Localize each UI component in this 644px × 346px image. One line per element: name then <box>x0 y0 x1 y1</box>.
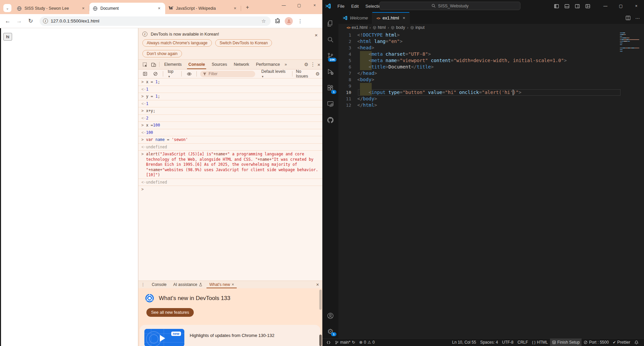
console-prompt[interactable]: > <box>138 186 322 193</box>
code-line-11[interactable]: 11</body> <box>338 96 644 102</box>
branch-indicator[interactable]: main* ↻ <box>333 339 357 346</box>
tab-close-icon[interactable]: × <box>156 6 162 11</box>
more-tabs-chevrons-icon[interactable]: » <box>283 62 288 67</box>
url-text[interactable]: 127.0.0.1:5500/ex1.html <box>51 18 260 23</box>
extensions-puzzle-icon[interactable] <box>273 16 282 26</box>
drawer-tab-what-s-new[interactable]: What's new× <box>206 281 237 289</box>
explorer-icon[interactable] <box>322 15 338 32</box>
issues-counter[interactable]: No Issues <box>296 69 313 79</box>
device-toolbar-icon[interactable] <box>149 60 158 68</box>
code-line-6[interactable]: 6 <title>Document</title> <box>338 64 644 70</box>
devtools-tab-console[interactable]: Console <box>185 60 208 69</box>
devtools-tab-performance[interactable]: Performance <box>252 60 283 69</box>
editor-tab-ex1-html[interactable]: <>ex1.html× <box>372 12 410 24</box>
code-line-4[interactable]: 4 <meta charset="UTF-8"> <box>338 51 644 57</box>
drawer-kebab-icon[interactable]: ⋮ <box>141 282 145 287</box>
reload-button[interactable]: ↻ <box>26 16 36 26</box>
devtools-settings-gear-icon[interactable]: ⚙ <box>304 62 309 67</box>
menu-file[interactable]: File <box>334 3 348 10</box>
devtools-tab-network[interactable]: Network <box>230 60 252 69</box>
split-editor-icon[interactable] <box>626 15 631 20</box>
console-settings-gear-icon[interactable]: ⚙ <box>315 71 320 77</box>
browser-close-button[interactable]: × <box>307 0 322 11</box>
devtools-tab-elements[interactable]: Elements <box>161 60 185 69</box>
whats-new-scrollbar-bottom[interactable] <box>319 335 322 346</box>
status-ln-10-col-55[interactable]: Ln 10, Col 55 <box>450 339 478 346</box>
site-info-icon[interactable]: i <box>43 18 48 23</box>
source-control-icon[interactable]: 10K <box>322 48 338 64</box>
remote-explorer-icon[interactable] <box>322 96 338 112</box>
toggle-secondary-sidebar-icon[interactable] <box>575 4 580 9</box>
search-icon[interactable] <box>322 32 338 48</box>
console-in-row[interactable]: >x =100 <box>138 122 322 129</box>
clear-console-icon[interactable] <box>151 70 159 78</box>
vscode-close-button[interactable]: × <box>629 0 644 12</box>
status-prettier[interactable]: ✔Prettier <box>611 339 632 346</box>
code-line-12[interactable]: 12</html> <box>338 102 644 108</box>
forward-button[interactable]: → <box>14 16 24 26</box>
code-line-7[interactable]: 7</head> <box>338 70 644 77</box>
console-in-row[interactable]: >alert("JavaScript (JS)[a] is"+name+" a … <box>138 151 322 179</box>
status-spaces-4[interactable]: Spaces: 4 <box>478 339 500 346</box>
new-tab-button[interactable]: + <box>243 3 252 12</box>
console-in-row[interactable]: >x = 1; <box>138 79 322 86</box>
drawer-tab-close-icon[interactable]: × <box>232 282 234 287</box>
browser-menu-kebab-icon[interactable]: ⋮ <box>295 16 305 26</box>
profile-avatar[interactable] <box>284 16 293 26</box>
context-selector[interactable]: top ▼ <box>167 69 178 79</box>
infobar-button-2[interactable]: Switch DevTools to Korean <box>215 39 272 47</box>
editor-tab-close-icon[interactable]: × <box>403 15 405 20</box>
infobar-close-icon[interactable]: × <box>315 32 318 38</box>
status-port-5500[interactable]: Port : 5500 <box>582 339 611 346</box>
infobar-button-3[interactable]: Don't show again <box>142 50 182 57</box>
editor-tab-welcome[interactable]: Welcome <box>338 12 372 24</box>
page-hi-button[interactable]: hi <box>3 33 12 41</box>
status-crlf[interactable]: CRLF <box>515 339 530 346</box>
code-line-10[interactable]: 10 <input type="button" value="hi" oncli… <box>338 89 644 96</box>
console-sidebar-icon[interactable] <box>141 70 149 78</box>
see-all-new-features-button[interactable]: See all new features <box>146 308 194 317</box>
console-in-row[interactable]: >var name = 'sewon' <box>138 136 322 144</box>
menu-edit[interactable]: Edit <box>348 3 362 10</box>
drawer-tab-ai-assistance[interactable]: AI assistance <box>170 281 206 289</box>
status-html[interactable]: { }HTML <box>530 339 550 346</box>
devtools-kebab-icon[interactable]: ⋮ <box>310 61 315 67</box>
whats-new-scrollbar[interactable] <box>319 290 322 310</box>
breadcrumb-item-body[interactable]: body <box>391 25 405 30</box>
log-levels-dropdown[interactable]: Default levels ▼ <box>260 69 289 79</box>
video-thumbnail[interactable]: new <box>144 329 184 346</box>
browser-tab-1[interactable]: SISS Study - Sewon Lee× <box>13 3 89 14</box>
tab-close-icon[interactable]: × <box>81 6 86 11</box>
toggle-panel-icon[interactable] <box>564 4 569 9</box>
minimap[interactable] <box>620 33 639 53</box>
accounts-icon[interactable] <box>322 309 338 325</box>
drawer-tab-console[interactable]: Console <box>148 281 170 289</box>
breadcrumb-item-ex1-html[interactable]: <>ex1.html <box>347 25 368 30</box>
customize-layout-icon[interactable] <box>585 4 590 9</box>
problems-indicator[interactable]: ⊗ 0 ⚠ 0 <box>357 339 377 346</box>
breadcrumb-item-html[interactable]: html <box>373 25 386 30</box>
code-editor[interactable]: 1<!DOCTYPE html>2<html lang="en">3<head>… <box>338 31 644 338</box>
console-in-row[interactable]: >y = 1; <box>138 93 322 100</box>
drawer-close-icon[interactable]: × <box>316 282 319 287</box>
breadcrumb[interactable]: <>ex1.html›html›body›input <box>338 24 644 31</box>
code-line-5[interactable]: 5 <meta name="viewport" content="width=d… <box>338 57 644 64</box>
console-filter-input[interactable]: Filter <box>200 71 255 77</box>
code-line-9[interactable]: 9 <box>338 83 644 89</box>
console-in-row[interactable]: >x+y; <box>138 107 322 115</box>
devtools-tab-sources[interactable]: Sources <box>208 60 230 69</box>
vscode-minimize-button[interactable]: — <box>598 0 613 12</box>
browser-tab-2[interactable]: Document× <box>89 3 165 14</box>
vscode-maximize-button[interactable]: ▢ <box>613 0 629 12</box>
status-utf-8[interactable]: UTF-8 <box>500 339 515 346</box>
command-center-search[interactable]: SISS_Webstudy <box>379 2 520 10</box>
whats-new-card-title[interactable]: Highlights of updates from Chrome 130-13… <box>190 333 274 338</box>
code-line-8[interactable]: 8<body> <box>338 77 644 83</box>
devtools-close-icon[interactable]: × <box>317 62 320 67</box>
toggle-sidebar-icon[interactable] <box>554 4 559 9</box>
code-line-1[interactable]: 1<!DOCTYPE html> <box>338 32 644 38</box>
settings-gear-icon[interactable]: ⚙ 1 <box>322 325 338 338</box>
inspect-element-icon[interactable] <box>140 60 149 68</box>
github-icon[interactable] <box>322 112 338 128</box>
remote-indicator[interactable] <box>324 339 333 346</box>
